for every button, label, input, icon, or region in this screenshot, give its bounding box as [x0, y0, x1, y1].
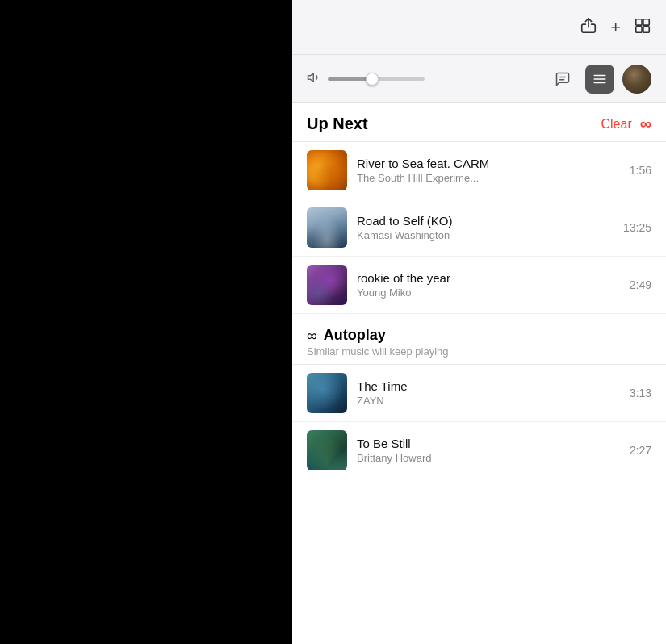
- track-item[interactable]: River to Sea feat. CARM The South Hill E…: [292, 142, 666, 199]
- track-name: River to Sea feat. CARM: [357, 157, 620, 170]
- up-next-actions: Clear ∞: [601, 115, 652, 133]
- share-icon[interactable]: [580, 17, 597, 37]
- volume-slider[interactable]: [328, 77, 425, 81]
- autoplay-section: ∞ Autoplay Similar music will keep playi…: [292, 314, 666, 365]
- track-list: River to Sea feat. CARM The South Hill E…: [292, 142, 666, 314]
- track-thumbnail: [307, 207, 347, 248]
- up-next-title: Up Next: [307, 115, 368, 133]
- avatar[interactable]: [622, 65, 651, 94]
- track-thumbnail: [307, 150, 347, 190]
- track-duration: 3:13: [630, 387, 651, 399]
- track-info: To Be Still Brittany Howard: [357, 437, 620, 464]
- track-artist: ZAYN: [357, 395, 620, 407]
- volume-icon: [307, 70, 321, 88]
- track-duration: 1:56: [630, 164, 651, 177]
- autoplay-subtitle: Similar music will keep playing: [307, 345, 651, 358]
- track-item[interactable]: Road to Self (KO) Kamasi Washington 13:2…: [292, 199, 666, 257]
- track-thumbnail: [307, 373, 347, 413]
- up-next-header: Up Next Clear ∞: [292, 103, 666, 142]
- autoplay-title: Autoplay: [324, 327, 386, 344]
- track-info: River to Sea feat. CARM The South Hill E…: [357, 157, 620, 184]
- track-duration: 2:27: [630, 444, 651, 457]
- track-item[interactable]: rookie of the year Young Miko 2:49: [292, 257, 666, 314]
- tabs-icon[interactable]: [634, 17, 651, 37]
- track-artist: Young Miko: [357, 286, 620, 299]
- toolbar-top: +: [292, 0, 666, 55]
- add-tab-icon[interactable]: +: [610, 19, 621, 36]
- track-info: Road to Self (KO) Kamasi Washington: [357, 214, 614, 241]
- track-artist: Brittany Howard: [357, 452, 620, 464]
- track-name: rookie of the year: [357, 271, 620, 285]
- svg-rect-0: [636, 19, 642, 25]
- track-item[interactable]: To Be Still Brittany Howard 2:27: [292, 422, 666, 479]
- volume-area: [307, 70, 538, 88]
- track-info: rookie of the year Young Miko: [357, 271, 620, 299]
- svg-rect-2: [636, 27, 642, 32]
- track-thumbnail: [307, 430, 347, 470]
- left-panel: [0, 0, 292, 644]
- track-name: The Time: [357, 379, 620, 393]
- track-duration: 13:25: [623, 221, 651, 234]
- queue-button[interactable]: [585, 65, 614, 94]
- autoplay-track-list: The Time ZAYN 3:13 To Be Still Brittany …: [292, 365, 666, 479]
- svg-marker-4: [308, 73, 314, 82]
- track-thumbnail: [307, 265, 347, 305]
- lyrics-button[interactable]: [548, 65, 577, 94]
- avatar-image: [622, 65, 651, 94]
- clear-button[interactable]: Clear: [601, 117, 632, 132]
- track-name: To Be Still: [357, 437, 620, 450]
- autoplay-toggle-icon[interactable]: ∞: [640, 115, 651, 133]
- track-name: Road to Self (KO): [357, 214, 614, 228]
- toolbar-right: [548, 65, 651, 94]
- track-info: The Time ZAYN: [357, 379, 620, 407]
- svg-rect-1: [643, 19, 649, 25]
- autoplay-infinity-icon: ∞: [307, 328, 317, 343]
- toolbar-player: [292, 55, 666, 103]
- track-item[interactable]: The Time ZAYN 3:13: [292, 365, 666, 422]
- track-duration: 2:49: [630, 278, 651, 291]
- up-next-section: Up Next Clear ∞ River to Sea feat. CARM …: [292, 103, 666, 644]
- autoplay-header: ∞ Autoplay: [307, 327, 651, 344]
- track-artist: Kamasi Washington: [357, 229, 614, 241]
- right-panel: +: [292, 0, 666, 644]
- svg-rect-3: [643, 27, 649, 32]
- track-artist: The South Hill Experime...: [357, 172, 620, 184]
